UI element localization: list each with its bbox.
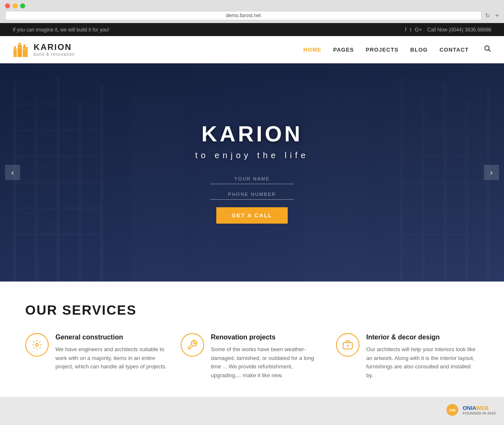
service-desc-2: Some of the works have been weather-dama… bbox=[211, 345, 323, 380]
hero-content: KARION to enjoy the life GET A CALL bbox=[195, 121, 309, 224]
hero-section: ‹ KARION to enjoy the life GET A CALL › bbox=[0, 63, 504, 282]
svg-rect-1 bbox=[14, 46, 16, 49]
service-content-2: Renovation projects Some of the works ha… bbox=[211, 333, 323, 380]
new-tab-icon[interactable]: + bbox=[495, 12, 499, 19]
service-desc-3: Our architects will help your interiors … bbox=[366, 345, 479, 380]
facebook-icon[interactable]: f bbox=[405, 26, 407, 33]
hero-next-button[interactable]: › bbox=[484, 165, 499, 180]
top-bar-right: f t G+ Call Now (0044) 3636.68686 bbox=[405, 26, 491, 33]
logo[interactable]: KARION build & renovation bbox=[13, 41, 75, 58]
website: If you can imagine it, we will build it … bbox=[0, 23, 504, 397]
service-item-3: Interior & decor design Our architects w… bbox=[336, 333, 479, 380]
twitter-icon[interactable]: t bbox=[410, 26, 412, 33]
services-grid: General construction We have engineers a… bbox=[25, 333, 479, 380]
nav-home[interactable]: HOME bbox=[303, 47, 321, 53]
top-bar: If you can imagine it, we will build it … bbox=[0, 23, 504, 36]
logo-name: KARION bbox=[34, 42, 75, 52]
tagline: If you can imagine it, we will build it … bbox=[13, 27, 109, 33]
hero-name-input[interactable] bbox=[210, 174, 294, 184]
svg-rect-5 bbox=[24, 44, 25, 47]
svg-rect-10 bbox=[23, 48, 24, 50]
service-desc-1: We have engineers and architects suitabl… bbox=[55, 345, 168, 371]
svg-rect-3 bbox=[18, 43, 21, 45]
logo-icon bbox=[13, 41, 29, 58]
service-item-2: Renovation projects Some of the works ha… bbox=[181, 333, 323, 380]
service-icon-construction bbox=[25, 333, 49, 357]
browser-chrome: demo.farost.net ↻ + bbox=[0, 0, 504, 23]
close-button[interactable] bbox=[5, 3, 10, 8]
hero-prev-button[interactable]: ‹ bbox=[5, 165, 20, 180]
logo-text: KARION build & renovation bbox=[34, 42, 75, 57]
search-icon[interactable] bbox=[484, 45, 491, 54]
svg-line-13 bbox=[489, 50, 491, 52]
svg-rect-9 bbox=[20, 47, 21, 48]
nav-projects[interactable]: PROJECTS bbox=[366, 47, 399, 53]
nav-contact[interactable]: CONTACT bbox=[439, 47, 469, 53]
svg-rect-8 bbox=[18, 47, 19, 48]
hero-cta-button[interactable]: GET A CALL bbox=[216, 207, 287, 224]
hero-title: KARION bbox=[195, 121, 309, 146]
nav-pages[interactable]: PAGES bbox=[333, 47, 354, 53]
service-item-1: General construction We have engineers a… bbox=[25, 333, 168, 380]
hero-form: GET A CALL bbox=[195, 174, 309, 224]
minimize-button[interactable] bbox=[13, 3, 18, 8]
hero-subtitle: to enjoy the life bbox=[195, 151, 309, 160]
traffic-lights bbox=[5, 3, 499, 8]
services-section: OUR SERVICES General construction We hav… bbox=[0, 282, 504, 397]
service-content-3: Interior & decor design Our architects w… bbox=[366, 333, 479, 380]
hero-phone-input[interactable] bbox=[210, 189, 294, 200]
service-icon-renovation bbox=[181, 333, 204, 357]
call-now: Call Now (0044) 3636.68686 bbox=[427, 27, 491, 33]
browser-toolbar: demo.farost.net ↻ + bbox=[5, 11, 499, 23]
service-name-1: General construction bbox=[55, 333, 168, 342]
services-title: OUR SERVICES bbox=[25, 302, 479, 318]
service-name-2: Renovation projects bbox=[211, 333, 323, 342]
reload-icon[interactable]: ↻ bbox=[485, 12, 490, 19]
svg-rect-11 bbox=[25, 48, 26, 50]
logo-tagline: build & renovation bbox=[34, 52, 75, 57]
service-content-1: General construction We have engineers a… bbox=[55, 333, 168, 371]
nav-blog[interactable]: BLOG bbox=[410, 47, 428, 53]
service-icon-interior bbox=[336, 333, 360, 357]
main-nav: HOME PAGES PROJECTS BLOG CONTACT bbox=[303, 45, 491, 54]
svg-point-12 bbox=[485, 46, 489, 50]
svg-rect-7 bbox=[15, 50, 16, 50]
header: KARION build & renovation HOME PAGES PRO… bbox=[0, 36, 504, 63]
googleplus-icon[interactable]: G+ bbox=[415, 26, 423, 33]
service-name-3: Interior & decor design bbox=[366, 333, 479, 342]
svg-point-51 bbox=[36, 344, 39, 347]
maximize-button[interactable] bbox=[20, 3, 25, 8]
address-bar[interactable]: demo.farost.net bbox=[5, 11, 482, 20]
svg-rect-6 bbox=[14, 50, 15, 50]
social-icons: f t G+ bbox=[405, 26, 422, 33]
